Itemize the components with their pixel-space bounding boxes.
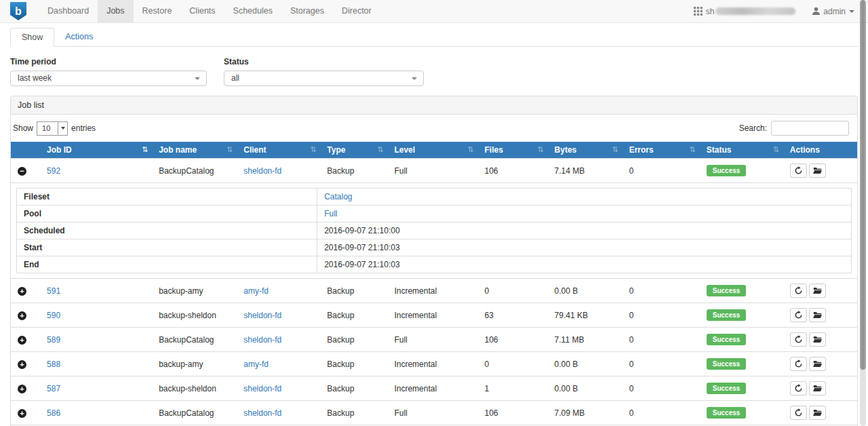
client-link[interactable]: sheldon-fd (243, 335, 281, 345)
nav-item-schedules[interactable]: Schedules (224, 0, 281, 22)
job-detail-row: FilesetCatalogPoolFullScheduled2016-09-0… (11, 183, 857, 279)
folder-icon (813, 167, 822, 174)
job-row: +587backup-sheldonsheldon-fdBackupIncrem… (11, 376, 857, 401)
expand-row-icon[interactable]: + (18, 360, 26, 369)
rerun-job-button[interactable] (790, 332, 807, 347)
detail-value: 2016-09-07 21:10:03 (317, 239, 852, 256)
rerun-icon (794, 311, 803, 320)
nav-item-dashboard[interactable]: Dashboard (39, 0, 98, 22)
actions-cell (785, 279, 857, 303)
actions-cell (785, 303, 857, 328)
detail-value: Full (317, 206, 852, 222)
bytes-cell: 7.11 MB (549, 328, 624, 352)
job-table-body: −592BackupCatalogsheldon-fdBackupFull106… (11, 159, 857, 426)
host-indicator: sh (694, 7, 796, 16)
vertical-scrollbar[interactable] (860, 0, 866, 426)
search-input[interactable] (771, 121, 849, 136)
restore-browse-button[interactable] (809, 308, 826, 322)
job-name-cell: BackupCatalog (153, 328, 238, 352)
nav-item-clients[interactable]: Clients (180, 0, 224, 22)
type-cell: Backup (321, 401, 389, 425)
restore-browse-button[interactable] (809, 406, 826, 420)
nav-item-director[interactable]: Director (333, 0, 380, 22)
job-id-link[interactable]: 591 (47, 286, 60, 296)
expand-row-icon[interactable]: + (18, 311, 26, 320)
client-link[interactable]: sheldon-fd (243, 311, 281, 320)
nav-item-restore[interactable]: Restore (134, 0, 181, 22)
job-id-link[interactable]: 588 (47, 360, 60, 369)
folder-icon (813, 336, 822, 343)
nav-item-jobs[interactable]: Jobs (98, 0, 133, 22)
entries-select[interactable]: 10 (37, 121, 68, 136)
bareos-brand[interactable]: b (10, 0, 26, 22)
panel-body: Show 10 entries Search: Job ID⇅Job name⇅… (11, 115, 857, 426)
rerun-job-button[interactable] (790, 381, 807, 395)
expand-row-icon[interactable]: + (18, 385, 26, 393)
status-cell: Success (701, 303, 785, 328)
user-menu[interactable]: admin (812, 7, 854, 16)
column-header-expand (11, 142, 41, 159)
tab-show[interactable]: Show (10, 28, 54, 47)
sort-icon: ⇅ (690, 145, 696, 154)
detail-label: Pool (17, 206, 317, 222)
show-label: Show (13, 123, 33, 133)
restore-browse-button[interactable] (809, 332, 826, 347)
actions-cell (785, 328, 857, 352)
nav-item-storages[interactable]: Storages (281, 0, 333, 22)
scrollbar-thumb[interactable] (860, 0, 866, 370)
column-header-errors[interactable]: Errors⇅ (624, 142, 701, 159)
column-header-client[interactable]: Client⇅ (238, 142, 321, 159)
job-id-link[interactable]: 592 (47, 166, 60, 176)
detail-value-link[interactable]: Catalog (324, 192, 352, 201)
column-header-job-id[interactable]: Job ID⇅ (41, 142, 153, 159)
restore-browse-button[interactable] (809, 284, 826, 298)
client-link[interactable]: amy-fd (243, 286, 269, 296)
job-id-link[interactable]: 586 (47, 408, 60, 418)
column-header-files[interactable]: Files⇅ (479, 142, 549, 159)
time-period-label: Time period (10, 57, 207, 66)
detail-value: 2016-09-07 21:10:03 (317, 256, 852, 273)
client-link[interactable]: amy-fd (243, 360, 269, 369)
expand-row-icon[interactable]: + (18, 336, 26, 345)
rerun-job-button[interactable] (790, 163, 807, 178)
column-header-type[interactable]: Type⇅ (321, 142, 389, 159)
job-detail-table: FilesetCatalogPoolFullScheduled2016-09-0… (16, 188, 852, 273)
job-id-link[interactable]: 590 (47, 311, 60, 320)
column-header-status[interactable]: Status⇅ (701, 142, 785, 159)
column-label: Job ID (47, 145, 72, 155)
rerun-icon (794, 166, 803, 175)
rerun-job-button[interactable] (790, 284, 807, 298)
expand-row-icon[interactable]: + (18, 287, 26, 296)
bytes-cell: 7.14 MB (549, 159, 624, 183)
rerun-job-button[interactable] (790, 406, 807, 420)
column-header-job-name[interactable]: Job name⇅ (153, 142, 238, 159)
status-badge: Success (707, 285, 747, 296)
navbar-menu: DashboardJobsRestoreClientsSchedulesStor… (39, 0, 380, 22)
client-link[interactable]: sheldon-fd (243, 384, 281, 393)
page-tabs: ShowActions (10, 28, 858, 47)
job-name-cell: backup-sheldon (153, 376, 238, 401)
level-cell: Incremental (389, 279, 479, 303)
detail-row: End2016-09-07 21:10:03 (17, 256, 852, 273)
time-period-select[interactable]: last week (10, 71, 207, 86)
detail-label: End (17, 256, 317, 273)
restore-browse-button[interactable] (809, 381, 826, 395)
collapse-row-icon[interactable]: − (18, 167, 26, 176)
restore-browse-button[interactable] (809, 357, 826, 371)
tab-actions[interactable]: Actions (54, 28, 104, 47)
column-header-bytes[interactable]: Bytes⇅ (549, 142, 624, 159)
status-badge: Success (707, 358, 747, 370)
client-link[interactable]: sheldon-fd (243, 408, 281, 418)
detail-value-link[interactable]: Full (324, 209, 337, 218)
job-id-link[interactable]: 587 (47, 384, 60, 393)
rerun-icon (794, 360, 803, 368)
job-id-link[interactable]: 589 (47, 335, 60, 345)
expand-row-icon[interactable]: + (18, 409, 26, 418)
time-period-value: last week (18, 73, 52, 83)
restore-browse-button[interactable] (809, 163, 826, 178)
rerun-job-button[interactable] (790, 357, 807, 371)
client-link[interactable]: sheldon-fd (243, 166, 281, 176)
status-select[interactable]: all (224, 71, 424, 86)
column-header-level[interactable]: Level⇅ (389, 142, 479, 159)
rerun-job-button[interactable] (790, 308, 807, 322)
